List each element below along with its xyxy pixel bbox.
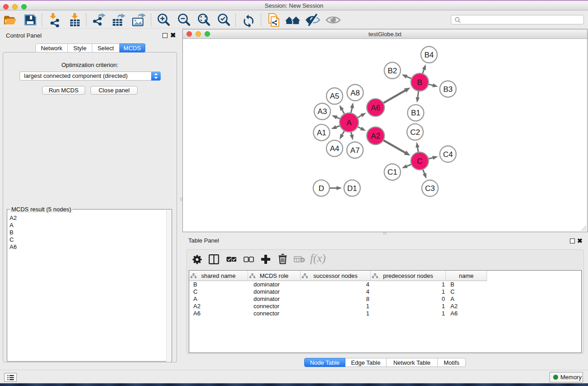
svg-text:B4: B4 [424, 51, 434, 59]
svg-text:D: D [319, 184, 324, 193]
svg-text:A: A [346, 119, 352, 127]
svg-text:B3: B3 [443, 85, 453, 94]
svg-text:A6: A6 [371, 104, 380, 112]
svg-text:A8: A8 [350, 89, 360, 97]
svg-text:A5: A5 [330, 92, 339, 100]
svg-text:B: B [417, 78, 422, 87]
svg-text:C4: C4 [443, 150, 453, 159]
svg-text:B2: B2 [387, 67, 397, 75]
svg-text:A3: A3 [318, 107, 327, 116]
svg-text:A1: A1 [317, 129, 326, 137]
svg-text:C3: C3 [425, 184, 435, 193]
svg-text:B1: B1 [411, 109, 421, 117]
svg-text:A4: A4 [330, 144, 339, 153]
svg-text:A7: A7 [350, 146, 360, 155]
svg-text:D1: D1 [347, 184, 357, 193]
svg-text:C2: C2 [410, 128, 420, 137]
svg-text:C: C [417, 157, 422, 166]
svg-text:C1: C1 [387, 168, 397, 176]
svg-text:A2: A2 [371, 132, 380, 140]
